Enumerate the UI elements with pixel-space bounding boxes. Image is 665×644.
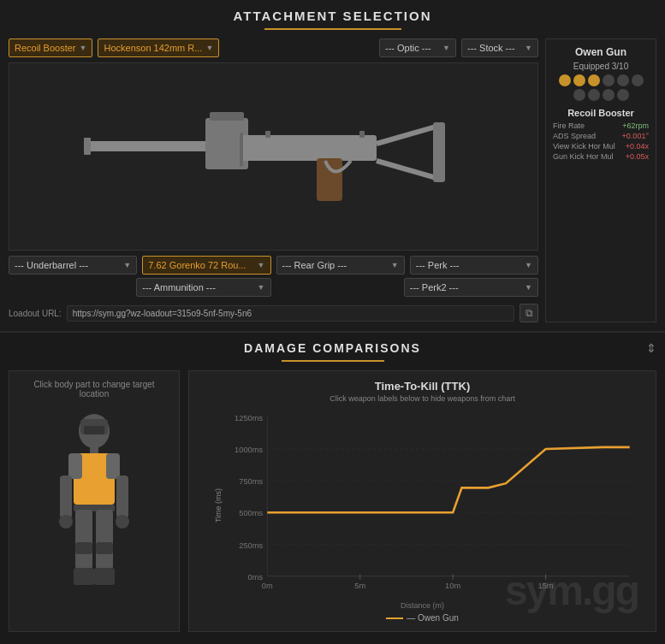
svg-rect-1 (84, 138, 91, 155)
underbarrel-dropdown[interactable]: --- Underbarrel --- ▼ (9, 256, 137, 275)
bottom-section: DAMAGE COMPARISONS ⇕ Click body part to … (0, 331, 665, 641)
legend-owen-gun-label: — Owen Gun (407, 613, 459, 623)
ammo-type-arrow: ▼ (258, 261, 265, 269)
slot-10 (617, 89, 629, 101)
chart-panel: Time-To-Kill (TTK) Click weapon labels b… (188, 370, 656, 632)
char-instruction: Click body part to change target locatio… (18, 380, 170, 399)
slot-4 (603, 74, 615, 86)
slot-7 (573, 89, 585, 101)
top-content: Recoil Booster ▼ Hockenson 142mm R... ▼ … (9, 38, 656, 322)
slot-6 (632, 74, 644, 86)
gun-name: Owen Gun (553, 46, 649, 58)
svg-rect-11 (240, 133, 243, 167)
svg-rect-18 (106, 453, 120, 479)
main-area: Recoil Booster ▼ Hockenson 142mm R... ▼ … (9, 38, 538, 322)
stat-gun-kick: Gun Kick Hor Mul +0.05x (553, 152, 649, 161)
stat-name-ads-spread: ADS Spread (553, 132, 596, 140)
attachment-name: Recoil Booster (553, 108, 649, 118)
stock-dropdown[interactable]: --- Stock --- ▼ (461, 38, 538, 57)
loadout-url-label: Loadout URL: (9, 309, 62, 318)
copy-button[interactable]: ⧉ (520, 304, 538, 322)
chart-legend: — Owen Gun (198, 613, 647, 623)
weapon-display (9, 62, 538, 251)
stat-name-view-kick: View Kick Hor Mul (553, 142, 615, 151)
svg-text:0m: 0m (262, 582, 273, 590)
perk-label: --- Perk --- (416, 260, 460, 270)
chart-subtitle: Click weapon labels below to hide weapon… (198, 394, 647, 403)
svg-text:1250ms: 1250ms (235, 414, 263, 422)
rear-grip-arrow: ▼ (391, 261, 399, 269)
stat-view-kick: View Kick Hor Mul +0.04x (553, 142, 649, 151)
ttk-chart: 1250ms 1000ms 750ms 500ms 250ms 0ms 0m 5… (232, 411, 638, 600)
svg-line-6 (377, 127, 436, 144)
svg-rect-28 (74, 568, 94, 585)
underbarrel-arrow: ▼ (123, 261, 131, 269)
svg-rect-4 (240, 135, 377, 161)
damage-title-underline (282, 360, 384, 362)
slot-8 (588, 89, 600, 101)
stat-ads-spread: ADS Spread +0.001° (553, 132, 649, 140)
legend-owen-gun[interactable]: — Owen Gun (386, 613, 459, 623)
ammo-type-dropdown[interactable]: 7.62 Gorenko 72 Rou... ▼ (142, 256, 270, 275)
ammunition-label: --- Ammunition --- (142, 282, 216, 292)
page-title: ATTACHMENT SELECTION (9, 9, 656, 23)
barrel-arrow: ▼ (205, 44, 213, 52)
svg-point-21 (59, 515, 73, 529)
slot-circles (553, 74, 649, 101)
svg-rect-3 (210, 112, 244, 121)
slot-1 (559, 74, 571, 86)
svg-point-22 (116, 515, 129, 529)
weapon-image (68, 80, 479, 233)
slot-9 (603, 89, 615, 101)
svg-rect-5 (317, 158, 342, 201)
slot-5 (617, 74, 629, 86)
svg-text:250ms: 250ms (239, 541, 263, 550)
character-figure[interactable] (43, 407, 145, 604)
loadout-url-value: https://sym.gg?wz-loadout=315o9-5nf-5my-… (67, 305, 514, 322)
svg-rect-10 (359, 131, 365, 138)
svg-rect-27 (96, 542, 113, 554)
stat-val-gun-kick: +0.05x (626, 152, 649, 161)
perk2-label: --- Perk2 --- (410, 282, 459, 292)
top-dropdown-row: Recoil Booster ▼ Hockenson 142mm R... ▼ … (9, 38, 538, 57)
ammunition-arrow: ▼ (258, 283, 265, 292)
sort-icon[interactable]: ⇕ (646, 341, 656, 355)
svg-rect-9 (265, 131, 270, 138)
y-axis-label: Time (ms) (214, 488, 223, 523)
svg-rect-8 (433, 122, 445, 182)
svg-text:750ms: 750ms (239, 477, 263, 486)
svg-rect-15 (90, 446, 98, 453)
perk-dropdown[interactable]: --- Perk --- ▼ (410, 256, 538, 275)
svg-text:15m: 15m (538, 582, 554, 590)
svg-text:10m: 10m (445, 582, 460, 590)
svg-rect-29 (94, 568, 115, 585)
stat-val-fire-rate: +62rpm (622, 121, 649, 130)
svg-rect-25 (96, 510, 113, 570)
rear-grip-label: --- Rear Grip --- (282, 260, 347, 270)
stock-label: --- Stock --- (467, 43, 515, 53)
loadout-url-row: Loadout URL: https://sym.gg?wz-loadout=3… (9, 304, 538, 322)
stat-val-view-kick: +0.04x (626, 142, 649, 151)
rear-grip-dropdown[interactable]: --- Rear Grip --- ▼ (276, 256, 405, 275)
muzzle-dropdown[interactable]: Recoil Booster ▼ (9, 38, 92, 57)
legend-owen-gun-line (386, 617, 403, 619)
bottom-content: Click body part to change target locatio… (9, 370, 656, 632)
svg-rect-17 (68, 453, 82, 479)
svg-rect-20 (116, 476, 128, 518)
svg-text:5m: 5m (354, 582, 365, 590)
svg-line-7 (377, 161, 436, 178)
slot-3 (588, 74, 600, 86)
svg-text:500ms: 500ms (239, 509, 263, 517)
perk2-dropdown[interactable]: --- Perk2 --- ▼ (404, 278, 538, 297)
optic-arrow: ▼ (442, 44, 450, 52)
x-axis-label: Distance (m) (198, 601, 647, 610)
muzzle-label: Recoil Booster (15, 43, 76, 53)
optic-dropdown[interactable]: --- Optic --- ▼ (379, 38, 456, 57)
stat-name-fire-rate: Fire Rate (553, 121, 585, 130)
stat-val-ads-spread: +0.001° (622, 132, 649, 140)
stat-fire-rate: Fire Rate +62rpm (553, 121, 649, 130)
top-section: ATTACHMENT SELECTION Recoil Booster ▼ Ho… (0, 0, 665, 331)
svg-text:0ms: 0ms (248, 573, 264, 582)
barrel-dropdown[interactable]: Hockenson 142mm R... ▼ (98, 38, 219, 57)
ammunition-dropdown[interactable]: --- Ammunition --- ▼ (136, 278, 270, 297)
